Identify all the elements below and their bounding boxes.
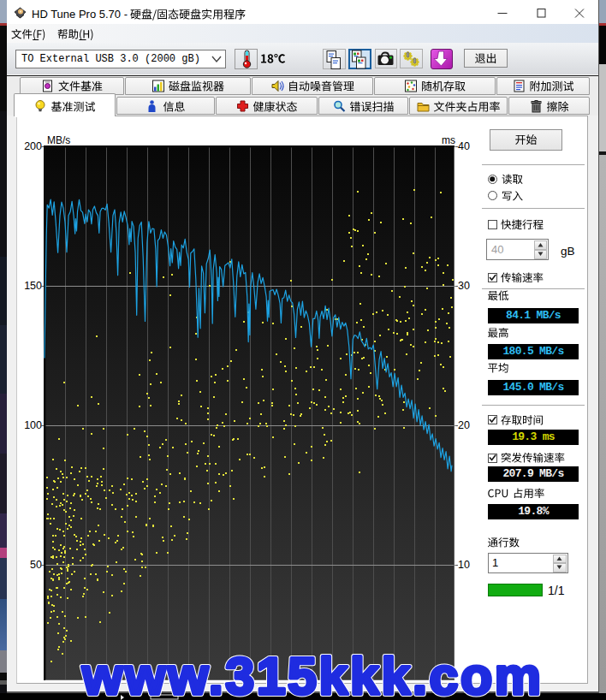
svg-text:www.315kkk.com: www.315kkk.com xyxy=(81,647,541,700)
